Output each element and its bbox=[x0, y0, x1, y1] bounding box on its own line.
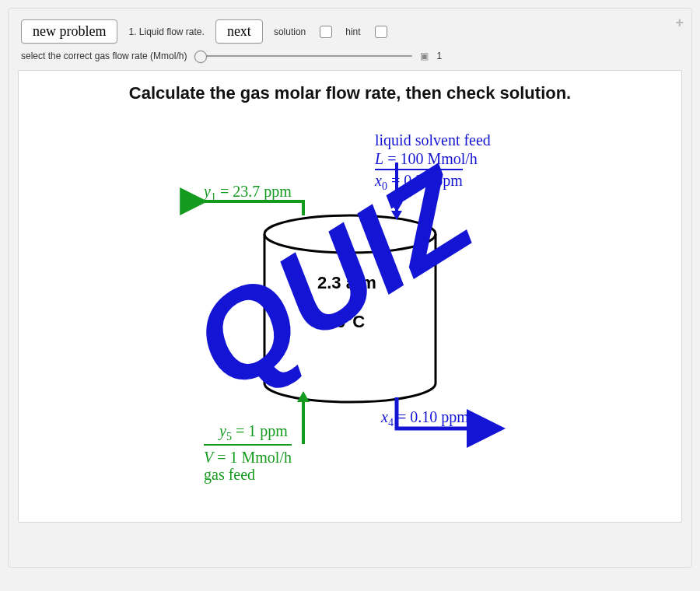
y5-label: y5 = 1 ppm bbox=[219, 422, 288, 443]
hint-label: hint bbox=[345, 26, 360, 37]
slider-value: 1 bbox=[436, 51, 442, 61]
slider-plus-icon[interactable]: ▣ bbox=[420, 51, 429, 61]
hint-checkbox[interactable] bbox=[375, 26, 387, 38]
diagram-panel: Calculate the gas molar flow rate, then … bbox=[18, 70, 682, 523]
gas-feed-label: gas feed bbox=[204, 466, 255, 484]
slider-label: select the correct gas flow rate (Mmol/h… bbox=[21, 51, 187, 61]
svg-point-0 bbox=[264, 215, 436, 253]
temperature-label: 10°C bbox=[327, 312, 365, 332]
x0-label: x0 = 0.35 ppm bbox=[375, 169, 463, 193]
liquid-feed-rate: L = 100 Mmol/h bbox=[375, 150, 478, 168]
solution-label: solution bbox=[274, 26, 306, 37]
diagram: y1 = 23.7 ppm liquid solvent feed L = 10… bbox=[148, 117, 552, 506]
slider-track bbox=[194, 55, 412, 57]
gas-flow-slider[interactable] bbox=[194, 50, 412, 62]
svg-marker-2 bbox=[297, 391, 310, 402]
step-label: 1. Liquid flow rate. bbox=[128, 26, 204, 37]
pressure-label: 2.3 atm bbox=[317, 273, 376, 293]
y1-label: y1 = 23.7 ppm bbox=[204, 183, 292, 204]
new-problem-button[interactable]: new problem bbox=[21, 19, 117, 44]
gas-feed-rate: V = 1 Mmol/h bbox=[204, 444, 292, 467]
controls-row: new problem 1. Liquid flow rate. next so… bbox=[18, 16, 682, 50]
demo-panel: + new problem 1. Liquid flow rate. next … bbox=[8, 8, 692, 568]
add-icon[interactable]: + bbox=[675, 15, 684, 31]
x4-label: x4 = 0.10 ppm bbox=[381, 408, 469, 429]
next-button[interactable]: next bbox=[215, 19, 263, 44]
prompt-title: Calculate the gas molar flow rate, then … bbox=[19, 83, 681, 103]
liquid-feed-title: liquid solvent feed bbox=[375, 131, 491, 149]
slider-row: select the correct gas flow rate (Mmol/h… bbox=[18, 50, 682, 70]
slider-thumb[interactable] bbox=[194, 51, 207, 63]
solution-checkbox[interactable] bbox=[320, 26, 332, 38]
